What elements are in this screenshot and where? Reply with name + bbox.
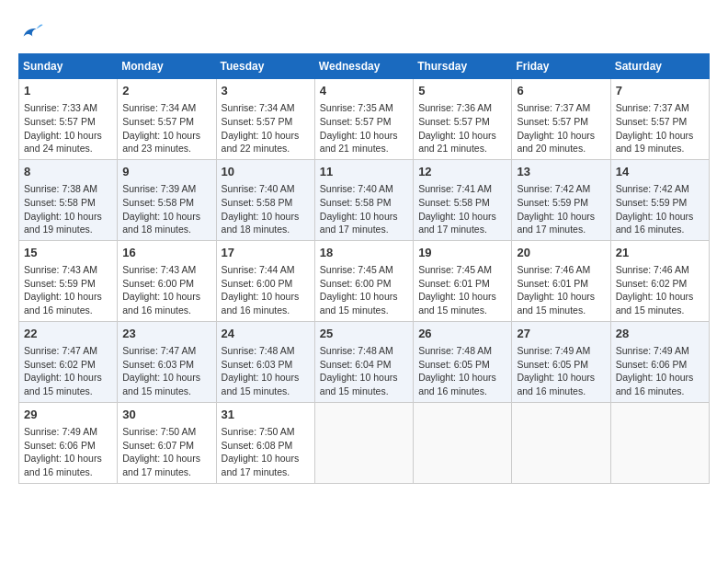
- calendar-cell: 8Sunrise: 7:38 AMSunset: 5:58 PMDaylight…: [19, 159, 118, 240]
- daylight-label: Daylight: 10 hours: [222, 372, 300, 383]
- calendar-cell: [414, 402, 512, 483]
- calendar-header-friday: Friday: [512, 54, 610, 79]
- day-number: 26: [418, 326, 506, 342]
- daylight-label: Daylight: 10 hours: [122, 372, 200, 383]
- sunrise-text: Sunrise: 7:39 AM: [122, 183, 196, 194]
- sunrise-text: Sunrise: 7:36 AM: [418, 102, 492, 113]
- daylight-label: Daylight: 10 hours: [24, 291, 102, 302]
- daylight-label: Daylight: 10 hours: [222, 291, 300, 302]
- day-number: 6: [517, 83, 605, 99]
- sunset-text: Sunset: 6:01 PM: [418, 278, 490, 289]
- sunset-text: Sunset: 5:57 PM: [122, 116, 194, 127]
- daylight-label: Daylight: 10 hours: [122, 291, 200, 302]
- calendar-cell: 28Sunrise: 7:49 AMSunset: 6:06 PMDayligh…: [610, 321, 709, 402]
- sunrise-text: Sunrise: 7:35 AM: [320, 102, 393, 113]
- calendar-cell: 17Sunrise: 7:44 AMSunset: 6:00 PMDayligh…: [216, 240, 314, 321]
- calendar-cell: [314, 402, 413, 483]
- day-number: 8: [24, 164, 112, 180]
- day-number: 7: [616, 83, 704, 99]
- calendar-header-tuesday: Tuesday: [216, 54, 314, 79]
- sunrise-text: Sunrise: 7:43 AM: [24, 264, 97, 275]
- sunrise-text: Sunrise: 7:50 AM: [122, 426, 196, 437]
- sunset-text: Sunset: 6:02 PM: [616, 278, 688, 289]
- page-header: [18, 18, 710, 44]
- day-number: 27: [517, 326, 605, 342]
- daylight-label: Daylight: 10 hours: [418, 372, 496, 383]
- calendar-cell: 29Sunrise: 7:49 AMSunset: 6:06 PMDayligh…: [19, 402, 118, 483]
- calendar-week-row: 22Sunrise: 7:47 AMSunset: 6:02 PMDayligh…: [19, 321, 710, 402]
- day-number: 17: [222, 245, 310, 261]
- daylight-label: Daylight: 10 hours: [418, 211, 496, 222]
- sunrise-text: Sunrise: 7:42 AM: [517, 183, 590, 194]
- sunrise-text: Sunrise: 7:46 AM: [517, 264, 590, 275]
- day-number: 18: [320, 245, 408, 261]
- sunrise-text: Sunrise: 7:38 AM: [24, 183, 97, 194]
- day-number: 3: [222, 83, 310, 99]
- calendar-header-row: SundayMondayTuesdayWednesdayThursdayFrid…: [19, 54, 710, 79]
- sunrise-text: Sunrise: 7:45 AM: [320, 264, 393, 275]
- sunrise-text: Sunrise: 7:43 AM: [122, 264, 196, 275]
- logo-bird-icon: [18, 18, 44, 44]
- day-number: 28: [616, 326, 704, 342]
- calendar-cell: 9Sunrise: 7:39 AMSunset: 5:58 PMDaylight…: [118, 159, 216, 240]
- daylight-label: Daylight: 10 hours: [24, 130, 102, 141]
- sunrise-text: Sunrise: 7:48 AM: [222, 345, 295, 356]
- daylight-minutes: and 15 minutes.: [122, 385, 191, 396]
- calendar-week-row: 29Sunrise: 7:49 AMSunset: 6:06 PMDayligh…: [19, 402, 710, 483]
- calendar-cell: 20Sunrise: 7:46 AMSunset: 6:01 PMDayligh…: [512, 240, 610, 321]
- sunrise-text: Sunrise: 7:37 AM: [517, 102, 590, 113]
- sunrise-text: Sunrise: 7:49 AM: [24, 426, 97, 437]
- daylight-minutes: and 20 minutes.: [517, 143, 586, 154]
- day-number: 13: [517, 164, 605, 180]
- day-number: 10: [222, 164, 310, 180]
- calendar-cell: 25Sunrise: 7:48 AMSunset: 6:04 PMDayligh…: [314, 321, 413, 402]
- daylight-label: Daylight: 10 hours: [24, 453, 102, 464]
- daylight-label: Daylight: 10 hours: [122, 453, 200, 464]
- calendar-cell: 15Sunrise: 7:43 AMSunset: 5:59 PMDayligh…: [19, 240, 118, 321]
- day-number: 19: [418, 245, 506, 261]
- daylight-minutes: and 23 minutes.: [122, 143, 191, 154]
- daylight-label: Daylight: 10 hours: [24, 211, 102, 222]
- daylight-label: Daylight: 10 hours: [616, 211, 694, 222]
- daylight-label: Daylight: 10 hours: [222, 130, 300, 141]
- calendar-cell: 12Sunrise: 7:41 AMSunset: 5:58 PMDayligh…: [414, 159, 512, 240]
- sunrise-text: Sunrise: 7:48 AM: [418, 345, 492, 356]
- sunset-text: Sunset: 5:58 PM: [122, 197, 194, 208]
- day-number: 22: [24, 326, 112, 342]
- sunset-text: Sunset: 5:57 PM: [517, 116, 588, 127]
- day-number: 20: [517, 245, 605, 261]
- calendar-cell: [512, 402, 610, 483]
- day-number: 23: [122, 326, 210, 342]
- day-number: 29: [24, 407, 112, 423]
- daylight-label: Daylight: 10 hours: [418, 130, 496, 141]
- sunset-text: Sunset: 5:59 PM: [24, 278, 96, 289]
- sunset-text: Sunset: 5:58 PM: [418, 197, 490, 208]
- sunset-text: Sunset: 6:08 PM: [222, 440, 293, 451]
- sunset-text: Sunset: 5:58 PM: [222, 197, 293, 208]
- calendar-header-saturday: Saturday: [610, 54, 709, 79]
- daylight-minutes: and 16 minutes.: [24, 466, 93, 477]
- sunrise-text: Sunrise: 7:49 AM: [616, 345, 689, 356]
- day-number: 9: [122, 164, 210, 180]
- sunrise-text: Sunrise: 7:34 AM: [222, 102, 295, 113]
- daylight-minutes: and 17 minutes.: [517, 224, 586, 235]
- calendar-cell: 7Sunrise: 7:37 AMSunset: 5:57 PMDaylight…: [610, 79, 709, 160]
- calendar-cell: 11Sunrise: 7:40 AMSunset: 5:58 PMDayligh…: [314, 159, 413, 240]
- sunset-text: Sunset: 5:57 PM: [24, 116, 96, 127]
- daylight-minutes: and 16 minutes.: [517, 385, 586, 396]
- sunset-text: Sunset: 5:59 PM: [517, 197, 588, 208]
- day-number: 15: [24, 245, 112, 261]
- daylight-minutes: and 24 minutes.: [24, 143, 93, 154]
- calendar-cell: 13Sunrise: 7:42 AMSunset: 5:59 PMDayligh…: [512, 159, 610, 240]
- daylight-label: Daylight: 10 hours: [122, 130, 200, 141]
- daylight-minutes: and 15 minutes.: [517, 304, 586, 316]
- day-number: 2: [122, 83, 210, 99]
- calendar-week-row: 1Sunrise: 7:33 AMSunset: 5:57 PMDaylight…: [19, 79, 710, 160]
- calendar-header-monday: Monday: [118, 54, 216, 79]
- calendar-cell: 4Sunrise: 7:35 AMSunset: 5:57 PMDaylight…: [314, 79, 413, 160]
- calendar-cell: 31Sunrise: 7:50 AMSunset: 6:08 PMDayligh…: [216, 402, 314, 483]
- calendar-cell: 1Sunrise: 7:33 AMSunset: 5:57 PMDaylight…: [19, 79, 118, 160]
- sunset-text: Sunset: 5:57 PM: [222, 116, 293, 127]
- daylight-minutes: and 15 minutes.: [418, 304, 487, 316]
- calendar-cell: 19Sunrise: 7:45 AMSunset: 6:01 PMDayligh…: [414, 240, 512, 321]
